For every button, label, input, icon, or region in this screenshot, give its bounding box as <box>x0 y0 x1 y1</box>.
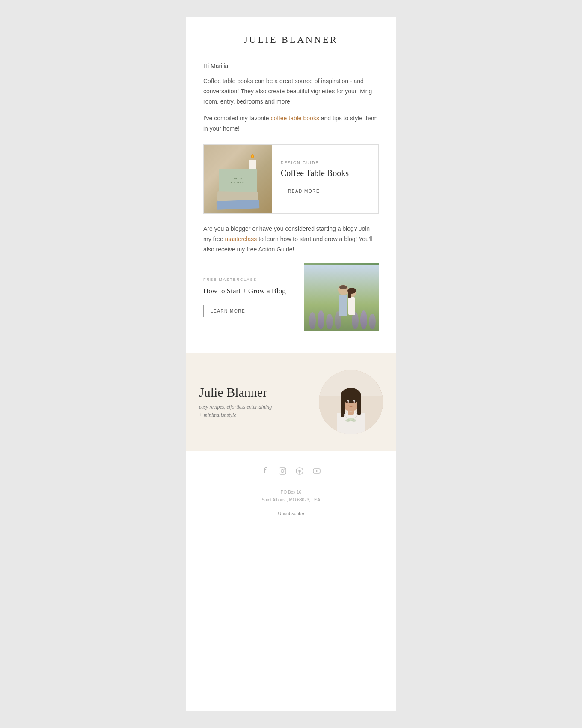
avatar-illustration <box>319 370 383 434</box>
svg-rect-9 <box>339 295 347 316</box>
card1-title: Coffee Table Books <box>281 168 370 178</box>
intro-paragraph-1: Coffee table books can be a great source… <box>203 76 379 107</box>
youtube-icon[interactable] <box>312 466 322 476</box>
svg-point-27 <box>353 401 355 403</box>
svg-point-30 <box>345 419 350 422</box>
email-header: JULIE BLANNER <box>186 17 396 54</box>
author-text: Julie Blanner easy recipes, effortless e… <box>199 385 310 419</box>
instagram-icon[interactable] <box>277 466 288 476</box>
pinterest-icon[interactable] <box>294 466 305 476</box>
card-coffee-table-books: MOREBEAUTIFUL DESIGN GUIDE Coffee Table … <box>203 144 379 214</box>
svg-point-33 <box>281 470 284 473</box>
book-bottom <box>217 200 260 209</box>
svg-point-7 <box>369 314 376 329</box>
greeting-text: Hi Marilia, <box>203 63 379 69</box>
read-more-button[interactable]: READ MORE <box>281 185 327 197</box>
email-wrapper: JULIE BLANNER Hi Marilia, Coffee table b… <box>186 17 396 711</box>
books-illustration: MOREBEAUTIFUL <box>204 145 272 213</box>
couple-illustration <box>304 265 379 331</box>
card-masterclass: FREE MASTERCLASS How to Start + Grow a B… <box>203 263 379 331</box>
card2-content: FREE MASTERCLASS How to Start + Grow a B… <box>203 263 304 331</box>
social-section: PO Box 16 Saint Albans , MO 63073, USA U… <box>186 456 396 521</box>
social-icons-row <box>195 466 387 476</box>
card1-content: DESIGN GUIDE Coffee Table Books READ MOR… <box>272 145 378 213</box>
footer-po-box: PO Box 16 Saint Albans , MO 63073, USA <box>195 489 387 504</box>
author-name: Julie Blanner <box>199 385 310 400</box>
svg-point-14 <box>339 285 347 289</box>
coffee-table-books-link[interactable]: coffee table books <box>271 115 319 122</box>
book-large: MOREBEAUTIFUL <box>219 169 257 193</box>
masterclass-link[interactable]: masterclass <box>225 236 257 242</box>
svg-rect-11 <box>348 297 355 315</box>
card2-tag: FREE MASTERCLASS <box>203 277 295 282</box>
footer-divider <box>195 485 387 485</box>
svg-point-2 <box>318 310 324 329</box>
tagline-line2: + minimalist style <box>199 412 236 418</box>
svg-point-6 <box>360 310 367 329</box>
svg-point-34 <box>284 469 285 470</box>
svg-point-1 <box>309 312 316 329</box>
card2-image <box>304 263 379 331</box>
svg-point-26 <box>347 401 349 403</box>
author-tagline: easy recipes, effortless entertaining + … <box>199 403 310 419</box>
learn-more-button[interactable]: LEARN MORE <box>203 305 252 317</box>
card2-title: How to Start + Grow a Blog <box>203 286 295 296</box>
intro-paragraph-2: I've compiled my favorite coffee table b… <box>203 113 379 134</box>
svg-rect-13 <box>348 291 351 298</box>
brand-title: JULIE BLANNER <box>195 34 387 45</box>
svg-rect-22 <box>341 396 345 417</box>
facebook-icon[interactable] <box>260 466 270 476</box>
email-body: Hi Marilia, Coffee table books can be a … <box>186 54 396 349</box>
author-avatar <box>319 370 383 434</box>
author-bio-section: Julie Blanner easy recipes, effortless e… <box>186 353 396 451</box>
blog-paragraph: Are you a blogger or have you considered… <box>203 224 379 254</box>
svg-rect-32 <box>279 468 286 474</box>
candle-decoration <box>249 158 257 170</box>
couple-photo <box>304 263 379 331</box>
svg-point-3 <box>326 314 333 329</box>
svg-rect-23 <box>357 396 361 415</box>
unsubscribe-link[interactable]: Unsubscribe <box>278 511 304 516</box>
intro-para2-before: I've compiled my favorite <box>203 115 271 122</box>
card1-tag: DESIGN GUIDE <box>281 161 370 165</box>
svg-marker-37 <box>316 470 318 472</box>
tagline-line1: easy recipes, effortless entertaining <box>199 404 272 410</box>
candle-flame <box>251 154 254 158</box>
card1-image: MOREBEAUTIFUL <box>204 145 272 213</box>
po-box-text: PO Box 16 <box>281 490 301 495</box>
address-text: Saint Albans , MO 63073, USA <box>262 498 321 502</box>
book-stack: MOREBEAUTIFUL <box>212 149 264 209</box>
svg-point-31 <box>351 419 356 422</box>
